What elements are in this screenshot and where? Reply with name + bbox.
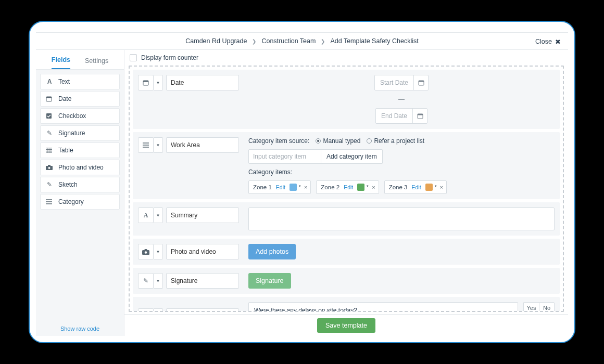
form-canvas: Display form counter ▼ Date [124, 50, 568, 336]
date-range-separator: — [398, 96, 405, 103]
calendar-icon [138, 75, 154, 90]
color-swatch[interactable] [357, 184, 364, 191]
chip-edit-link[interactable]: Edit [276, 184, 285, 190]
radio-manual-typed[interactable]: Manual typed [316, 137, 360, 145]
start-date-input[interactable]: Start Date [374, 75, 429, 90]
list-icon [46, 199, 53, 204]
field-type-dropdown[interactable]: ▼ [154, 244, 163, 259]
yes-button[interactable]: Yes [523, 302, 539, 312]
table-icon [46, 148, 53, 153]
svg-rect-1 [46, 97, 52, 98]
field-row-photo: ▼ Photo and video Add photos [133, 239, 560, 265]
chip-label: Zone 3 [389, 184, 408, 190]
field-type-photo[interactable]: Photo and video [40, 160, 120, 175]
signature-button[interactable]: Signature [248, 273, 291, 289]
field-type-table[interactable]: Table [40, 142, 120, 158]
field-type-label: Table [58, 147, 73, 154]
field-type-dropdown[interactable]: ▼ [154, 207, 163, 223]
svg-point-10 [48, 167, 51, 169]
calendar-icon[interactable] [412, 109, 427, 123]
category-items-label: Category items: [248, 168, 555, 176]
tab-settings[interactable]: Settings [85, 57, 108, 69]
add-photos-button[interactable]: Add photos [248, 244, 296, 259]
category-item-input[interactable]: Input category item [248, 149, 321, 164]
breadcrumb: Camden Rd Upgrade ❯ Construction Team ❯ … [185, 37, 418, 45]
color-swatch[interactable] [425, 184, 433, 191]
display-counter-checkbox[interactable] [130, 54, 137, 61]
field-row-date: ▼ Date Start Date — [133, 70, 560, 129]
topbar: Camden Rd Upgrade ❯ Construction Team ❯ … [36, 32, 568, 50]
close-label: Close [535, 38, 552, 45]
field-row-signature: ✎ ▼ Signature Signature [133, 268, 560, 294]
breadcrumb-item[interactable]: Construction Team [261, 37, 316, 45]
field-row-delays: ▼ Delays Were there any delays on site t… [133, 297, 560, 312]
svg-rect-9 [48, 165, 51, 166]
show-raw-code-link[interactable]: Show raw code [36, 321, 124, 336]
svg-rect-19 [418, 114, 423, 115]
pencil-icon: ✎ [46, 129, 53, 137]
field-type-dropdown[interactable]: ▼ [154, 308, 163, 312]
close-button[interactable]: Close ✖ [535, 33, 561, 50]
field-name-input[interactable]: Date [166, 75, 239, 90]
radio-refer-project-list[interactable]: Refer a project list [367, 137, 424, 145]
svg-point-25 [145, 251, 147, 253]
tab-fields[interactable]: Fields [52, 56, 70, 69]
category-chip: Zone 3 Edit × [384, 180, 447, 194]
yes-no-toggle: Yes No [523, 302, 555, 312]
chip-edit-link[interactable]: Edit [344, 184, 353, 190]
field-type-date[interactable]: Date [40, 91, 120, 107]
category-chip: Zone 2 Edit × [316, 180, 379, 194]
field-type-checkbox[interactable]: Checkbox [40, 108, 120, 124]
field-type-label: Photo and video [58, 164, 104, 171]
sidebar: Fields Settings A Text Date [36, 50, 124, 336]
radio-icon [367, 138, 372, 144]
svg-rect-15 [143, 81, 148, 82]
end-date-placeholder: End Date [376, 112, 412, 120]
field-name-input[interactable]: Photo and video [166, 244, 239, 259]
camera-icon [46, 165, 53, 170]
svg-rect-3 [46, 148, 52, 153]
field-type-label: Checkbox [58, 112, 86, 120]
calendar-icon[interactable] [413, 75, 428, 90]
sidebar-tabs: Fields Settings [36, 50, 124, 70]
chip-edit-link[interactable]: Edit [412, 184, 421, 190]
color-swatch[interactable] [290, 184, 297, 191]
category-chip: Zone 1 Edit × [248, 180, 311, 194]
field-row-summary: A ▼ Summary [133, 202, 560, 236]
end-date-input[interactable]: End Date [375, 108, 427, 124]
field-type-label: Date [58, 95, 71, 102]
field-type-dropdown[interactable]: ▼ [154, 75, 163, 90]
field-type-category[interactable]: Category [40, 194, 120, 210]
delays-question-textarea[interactable]: Were there any delays on site today? [248, 302, 518, 312]
field-type-text[interactable]: A Text [40, 74, 120, 89]
summary-textarea[interactable] [248, 207, 555, 230]
category-chips: Zone 1 Edit × Zone 2 Edit × [248, 180, 555, 194]
field-type-label: Sketch [58, 181, 78, 188]
field-name-input[interactable]: Signature [166, 273, 239, 289]
save-template-button[interactable]: Save template [317, 318, 375, 333]
field-row-workarea: ▼ Work Area Category item source: Manual… [133, 132, 560, 199]
app-inner: Camden Rd Upgrade ❯ Construction Team ❯ … [36, 32, 568, 336]
chip-remove-icon[interactable]: × [372, 184, 375, 190]
field-type-dropdown[interactable]: ▼ [154, 137, 163, 153]
text-icon: A [46, 78, 53, 85]
field-type-dropdown[interactable]: ▼ [154, 273, 163, 289]
field-name-input[interactable]: Delays [166, 308, 239, 312]
add-category-item-button[interactable]: Add category item [321, 149, 383, 164]
field-name-input[interactable]: Work Area [166, 137, 239, 153]
text-icon: A [138, 207, 154, 223]
no-button[interactable]: No [539, 302, 555, 312]
svg-rect-24 [145, 249, 147, 251]
field-type-sketch[interactable]: ✎ Sketch [40, 177, 120, 192]
chip-remove-icon[interactable]: × [440, 184, 443, 190]
canvas-body: ▼ Date Start Date — [129, 66, 564, 312]
radio-icon [316, 138, 321, 144]
field-type-signature[interactable]: ✎ Signature [40, 125, 120, 141]
category-source-label: Category item source: [248, 137, 309, 145]
field-name-input[interactable]: Summary [166, 207, 239, 223]
breadcrumb-item[interactable]: Add Template Safety Checklist [330, 37, 418, 45]
body: Fields Settings A Text Date [36, 50, 568, 336]
breadcrumb-item[interactable]: Camden Rd Upgrade [185, 37, 247, 45]
display-counter-label: Display form counter [141, 54, 198, 61]
chip-remove-icon[interactable]: × [304, 184, 307, 190]
